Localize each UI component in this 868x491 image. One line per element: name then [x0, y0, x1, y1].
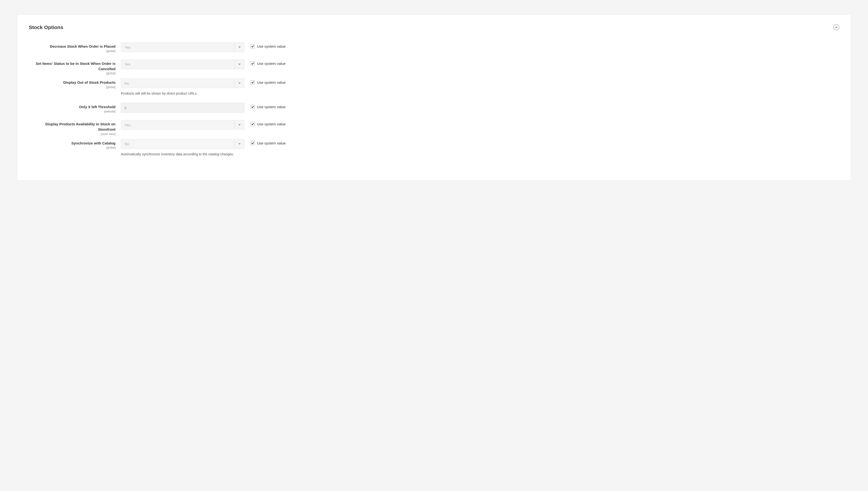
- control-col: Yes: [121, 120, 244, 130]
- panel-header: Stock Options: [29, 24, 839, 30]
- display-availability-select[interactable]: Yes: [121, 120, 244, 130]
- check-icon: [251, 106, 254, 108]
- use-system-checkbox[interactable]: [251, 122, 255, 126]
- check-icon: [251, 81, 254, 84]
- use-system-checkbox[interactable]: [251, 105, 255, 109]
- field-label: Display Products Availability in Stock o…: [45, 122, 115, 132]
- use-system-label[interactable]: Use system value: [257, 44, 286, 49]
- use-system-label[interactable]: Use system value: [257, 61, 286, 65]
- field-scope: [website]: [29, 110, 115, 113]
- chevron-up-icon: [835, 27, 838, 28]
- select-wrap: No: [121, 139, 244, 149]
- check-icon: [251, 62, 254, 65]
- select-wrap: Yes: [121, 42, 244, 52]
- use-system-label[interactable]: Use system value: [257, 80, 286, 84]
- control-col: [121, 103, 244, 113]
- use-system-col: Use system value: [244, 103, 286, 109]
- use-system-label[interactable]: Use system value: [257, 122, 286, 126]
- field-display-out-of-stock: Display Out of Stock Products [global] N…: [29, 79, 839, 96]
- use-system-checkbox[interactable]: [251, 141, 255, 145]
- field-scope: [global]: [29, 85, 115, 89]
- check-icon: [251, 45, 254, 48]
- use-system-checkbox[interactable]: [251, 61, 255, 65]
- label-col: Only X left Threshold [website]: [29, 103, 121, 113]
- check-icon: [251, 123, 254, 125]
- field-scope: [global]: [29, 49, 115, 53]
- field-scope: [global]: [29, 71, 115, 75]
- panel-title: Stock Options: [29, 24, 63, 30]
- field-scope: [store view]: [29, 133, 115, 136]
- use-system-checkbox[interactable]: [251, 44, 255, 49]
- field-sync-catalog: Synchronize with Catalog [global] No Aut…: [29, 139, 839, 157]
- field-set-instock-on-cancel: Set Items' Status to be In Stock When Or…: [29, 60, 839, 75]
- label-col: Synchronize with Catalog [global]: [29, 139, 121, 149]
- collapse-button[interactable]: [833, 24, 839, 30]
- control-col: Yes: [121, 42, 244, 52]
- label-col: Display Products Availability in Stock o…: [29, 120, 121, 136]
- select-wrap: Yes: [121, 120, 244, 130]
- field-decrease-stock: Decrease Stock When Order is Placed [glo…: [29, 42, 839, 53]
- use-system-label[interactable]: Use system value: [257, 141, 286, 145]
- sync-catalog-select[interactable]: No: [121, 139, 244, 149]
- control-col: No Automatically synchronize inventory d…: [121, 139, 244, 157]
- label-col: Decrease Stock When Order is Placed [glo…: [29, 42, 121, 53]
- field-label: Display Out of Stock Products: [63, 80, 115, 84]
- select-wrap: Yes: [121, 60, 244, 69]
- field-display-availability: Display Products Availability in Stock o…: [29, 120, 839, 136]
- use-system-col: Use system value: [244, 139, 286, 145]
- field-label: Synchronize with Catalog: [71, 141, 115, 145]
- field-label: Set Items' Status to be In Stock When Or…: [36, 61, 115, 71]
- field-scope: [global]: [29, 146, 115, 149]
- threshold-input[interactable]: [121, 103, 244, 113]
- field-label: Decrease Stock When Order is Placed: [50, 44, 115, 49]
- use-system-col: Use system value: [244, 60, 286, 65]
- stock-options-panel: Stock Options Decrease Stock When Order …: [17, 15, 851, 181]
- use-system-checkbox[interactable]: [251, 80, 255, 84]
- use-system-col: Use system value: [244, 42, 286, 49]
- decrease-stock-select[interactable]: Yes: [121, 42, 244, 52]
- use-system-label[interactable]: Use system value: [257, 105, 286, 109]
- use-system-col: Use system value: [244, 120, 286, 126]
- use-system-col: Use system value: [244, 79, 286, 84]
- field-label: Only X left Threshold: [79, 105, 115, 109]
- set-instock-on-cancel-select[interactable]: Yes: [121, 60, 244, 69]
- field-threshold: Only X left Threshold [website] Use syst…: [29, 103, 839, 113]
- check-icon: [251, 142, 254, 144]
- label-col: Display Out of Stock Products [global]: [29, 79, 121, 89]
- field-help: Products will still be shown by direct p…: [121, 91, 244, 96]
- label-col: Set Items' Status to be In Stock When Or…: [29, 60, 121, 75]
- control-col: Yes: [121, 60, 244, 69]
- select-wrap: No: [121, 79, 244, 88]
- field-help: Automatically synchronize inventory data…: [121, 152, 244, 157]
- display-out-of-stock-select[interactable]: No: [121, 79, 244, 88]
- control-col: No Products will still be shown by direc…: [121, 79, 244, 96]
